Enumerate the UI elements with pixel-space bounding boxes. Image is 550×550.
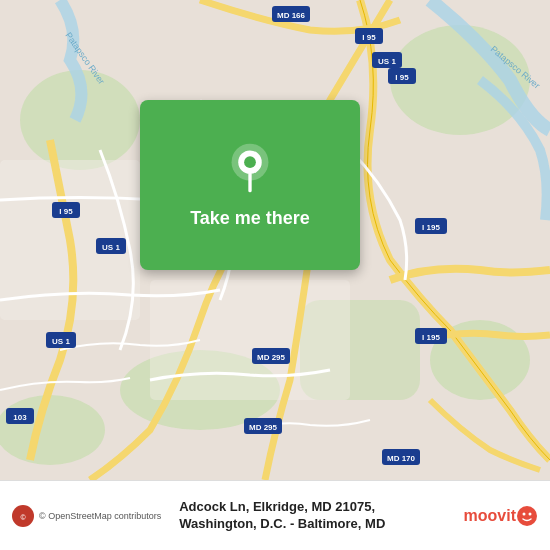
svg-text:I 195: I 195 (422, 333, 440, 342)
osm-attribution: © © OpenStreetMap contributors (12, 505, 161, 527)
svg-text:MD 170: MD 170 (387, 454, 416, 463)
moovit-icon (516, 505, 538, 527)
take-me-there-label: Take me there (190, 208, 310, 229)
svg-point-43 (523, 512, 526, 515)
svg-point-44 (529, 512, 532, 515)
svg-text:I 95: I 95 (59, 207, 73, 216)
svg-text:US 1: US 1 (378, 57, 396, 66)
moovit-logo: moovit (464, 505, 538, 527)
moovit-brand-text: moovit (464, 507, 516, 525)
svg-text:US 1: US 1 (52, 337, 70, 346)
svg-text:US 1: US 1 (102, 243, 120, 252)
svg-text:MD 295: MD 295 (257, 353, 286, 362)
location-pin-icon (224, 142, 276, 194)
svg-point-39 (244, 156, 256, 168)
svg-point-4 (0, 395, 105, 465)
map-container: I 95 I 95 I 95 US 1 US 1 US 1 I 195 I 19… (0, 0, 550, 480)
svg-text:MD 295: MD 295 (249, 423, 278, 432)
svg-rect-8 (150, 280, 350, 400)
bottom-bar: © © OpenStreetMap contributors Adcock Ln… (0, 480, 550, 550)
take-me-there-card[interactable]: Take me there (140, 100, 360, 270)
osm-text: © OpenStreetMap contributors (39, 511, 161, 521)
svg-text:I 95: I 95 (395, 73, 409, 82)
svg-point-42 (517, 506, 537, 526)
svg-text:103: 103 (13, 413, 27, 422)
svg-text:MD 166: MD 166 (277, 11, 306, 20)
svg-text:I 95: I 95 (362, 33, 376, 42)
address-text: Adcock Ln, Elkridge, MD 21075, Washingto… (171, 499, 463, 533)
osm-circle-icon: © (12, 505, 34, 527)
svg-text:©: © (20, 514, 26, 521)
svg-text:I 195: I 195 (422, 223, 440, 232)
